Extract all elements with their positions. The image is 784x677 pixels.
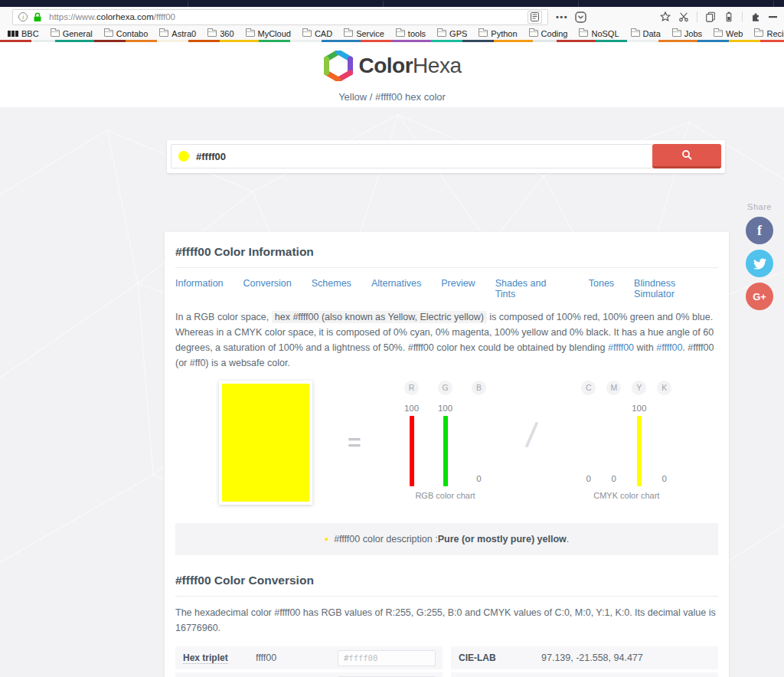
bookmark-item[interactable]: Astra0	[159, 29, 196, 38]
bookmark-item[interactable]: Jobs	[672, 29, 702, 38]
table-cell: CIE-LAB 97.139, -21.558, 94.477	[451, 646, 718, 669]
section-tab[interactable]: Preview	[441, 278, 475, 299]
color-description-strip: ● #ffff00 color description : Pure (or m…	[175, 523, 718, 555]
chart-category-badge: K	[657, 381, 671, 395]
bookmark-item[interactable]: Service	[344, 29, 384, 38]
browser-tab-strip[interactable]	[0, 0, 784, 7]
bookmark-icon	[8, 31, 18, 37]
bookmark-item[interactable]: Web	[714, 29, 743, 38]
share-googleplus-button[interactable]: G+	[746, 283, 773, 310]
site-info-icon[interactable]: i	[18, 12, 28, 21]
reader-view-icon[interactable]	[528, 11, 542, 24]
chart-bar	[637, 416, 642, 486]
section-tab[interactable]: Shades and Tints	[495, 278, 569, 299]
color-preview-dot	[178, 151, 189, 162]
facebook-icon: f	[757, 223, 762, 239]
conversion-table: Hex triplet ffff00 CIE-LAB 97.139, -21.5…	[175, 646, 718, 677]
bookmark-label: tools	[408, 29, 426, 38]
chart-bar-area: 0	[462, 398, 496, 486]
url-text[interactable]: https://www.colorhexa.com/ffff00	[49, 12, 175, 21]
colorhexa-logo[interactable]: ColorHexa	[323, 51, 462, 81]
description-prefix: #ffff00 color description :	[334, 534, 438, 545]
bookmark-label: MyCloud	[258, 29, 291, 38]
section-tab[interactable]: Alternatives	[371, 278, 421, 299]
googleplus-icon: G+	[753, 291, 766, 303]
bookmark-item[interactable]: 360	[207, 29, 234, 38]
bookmark-item[interactable]: GPS	[437, 29, 467, 38]
chart-category-badge: G	[438, 381, 452, 395]
share-twitter-button[interactable]	[746, 250, 773, 277]
chart-category-badge: C	[581, 381, 596, 395]
page-actions-icon[interactable]: •••	[556, 12, 568, 21]
blend-color-link[interactable]: #ffff00	[656, 342, 682, 353]
bookmark-item[interactable]: Contabo	[104, 29, 149, 38]
battery-addon-icon[interactable]	[724, 11, 734, 22]
bookmark-item[interactable]: Python	[479, 29, 517, 38]
conversion-input[interactable]	[338, 650, 436, 666]
chart-value-label: 0	[662, 474, 667, 483]
bookmark-label: Web	[726, 29, 743, 38]
bookmark-item[interactable]: General	[51, 29, 93, 38]
bookmark-item[interactable]: CAD	[302, 29, 332, 38]
minus-addon-icon[interactable]	[769, 16, 777, 18]
bookmark-icon	[246, 30, 255, 37]
bookmark-icon	[672, 30, 681, 37]
puzzle-addon-icon[interactable]	[750, 11, 761, 22]
bookmark-item[interactable]: Recipe	[754, 29, 784, 38]
logo-wordmark: ColorHexa	[359, 54, 462, 78]
url-bar[interactable]: i https://www.colorhexa.com/ffff00	[12, 9, 548, 25]
conversion-value: 97.139, -21.558, 94.477	[541, 652, 718, 663]
scissors-addon-icon[interactable]	[678, 11, 689, 22]
pocket-icon[interactable]	[575, 11, 586, 23]
site-header: ColorHexa Yellow / #ffff00 hex color	[0, 42, 784, 107]
bookmark-item[interactable]: Coding	[529, 29, 568, 38]
chart-value-label: 100	[438, 404, 452, 413]
star-addon-icon[interactable]	[660, 11, 671, 22]
search-button[interactable]	[652, 144, 721, 168]
bookmark-label: Contabo	[116, 29, 149, 38]
chart-bar-area: 100	[429, 398, 462, 486]
search-field[interactable]	[171, 144, 652, 168]
bookmark-item[interactable]: Data	[631, 29, 661, 38]
chart-bar-area: 100	[626, 398, 652, 486]
info-text: In a RGB color space,	[175, 312, 272, 322]
bookmark-icon	[302, 30, 312, 37]
bookmark-icon	[479, 30, 488, 37]
bookmark-icon	[714, 30, 723, 37]
bookmark-label: CAD	[315, 29, 332, 38]
bookmark-icon	[344, 30, 353, 37]
cmyk-color-chart: C0M0Y100K0CMYK color chart	[576, 381, 677, 500]
browser-chrome: i https://www.colorhexa.com/ffff00 •••	[0, 0, 784, 42]
share-facebook-button[interactable]: f	[746, 217, 773, 244]
bookmark-icon	[754, 30, 763, 37]
section-tab[interactable]: Conversion	[243, 278, 292, 299]
bookmark-item[interactable]: tools	[396, 29, 426, 38]
copy-pages-addon-icon[interactable]	[705, 11, 716, 22]
rgb-color-chart: R100G100B0RGB color chart	[395, 381, 496, 500]
color-search-card	[167, 140, 725, 173]
chart-caption: RGB color chart	[395, 491, 496, 500]
section-tab[interactable]: Information	[175, 278, 224, 299]
chart-column: R100	[395, 381, 429, 486]
conversion-paragraph: The hexadecimal color #ffff00 has RGB va…	[175, 605, 718, 636]
bookmark-item[interactable]: BBC	[8, 29, 39, 38]
table-cell: Hex triplet ffff00	[175, 646, 443, 669]
chart-column: B0	[462, 381, 496, 486]
section-tab[interactable]: Tones	[589, 278, 614, 299]
chart-category-badge: B	[472, 381, 486, 395]
bookmark-label: Python	[491, 29, 517, 38]
bookmark-label: GPS	[449, 29, 467, 38]
color-swatch-card	[219, 381, 312, 505]
color-information-title: #ffff00 Color Information	[175, 245, 718, 268]
blend-color-link[interactable]: #ffff00	[608, 342, 634, 353]
toolbar-separator	[742, 11, 743, 22]
bookmark-item[interactable]: MyCloud	[246, 29, 291, 38]
search-icon	[681, 149, 693, 161]
bookmark-item[interactable]: NoSQL	[579, 29, 619, 38]
section-tab[interactable]: Blindness Simulator	[634, 278, 718, 299]
https-lock-icon[interactable]	[33, 12, 42, 22]
color-info-paragraph: In a RGB color space, hex #ffff00 (also …	[175, 309, 718, 371]
bookmark-icon	[437, 30, 446, 37]
color-search-input[interactable]	[196, 151, 652, 162]
section-tab[interactable]: Schemes	[312, 278, 351, 299]
